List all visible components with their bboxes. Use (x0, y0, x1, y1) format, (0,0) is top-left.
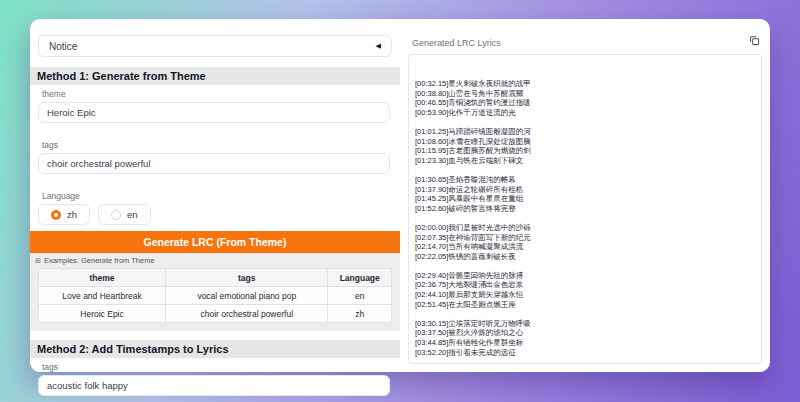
theme-input[interactable] (38, 102, 390, 123)
collapse-arrow-icon: ◀ (376, 42, 381, 50)
output-column: Generated LRC Lyrics [00:32.15]星火刺破永夜织就的… (400, 19, 770, 372)
example-row[interactable]: Love and Heartbreak vocal emotional pian… (39, 287, 392, 305)
language-radio-group: zh en (38, 204, 392, 225)
method2-tags-label: tags (42, 362, 388, 372)
examples-col-theme: theme (39, 269, 166, 287)
example-cell[interactable]: choir orchestral powerful (166, 305, 328, 323)
notice-accordion[interactable]: Notice ◀ (38, 35, 392, 57)
language-option-zh-label: zh (67, 209, 77, 220)
example-cell[interactable]: Love and Heartbreak (39, 287, 166, 305)
theme-label: theme (42, 89, 388, 99)
radio-selected-icon (51, 210, 61, 220)
language-option-en[interactable]: en (98, 204, 151, 225)
example-cell[interactable]: zh (328, 305, 392, 323)
examples-table: theme tags Language Love and Heartbreak … (38, 268, 392, 323)
generate-lrc-button[interactable]: Generate LRC (From Theme) (30, 231, 400, 253)
app-card: Notice ◀ Method 1: Generate from Theme t… (30, 19, 770, 372)
method2-tags-input[interactable] (38, 375, 390, 396)
examples-section: ⊞ Examples: Generate from Theme theme ta… (30, 253, 400, 331)
lyrics-text[interactable]: [00:32.15]星火刺破永夜织就的战甲 [00:38.80]山峦在号角中苏醒… (415, 79, 753, 357)
notice-label: Notice (49, 41, 77, 52)
examples-col-language: Language (328, 269, 392, 287)
examples-title: Examples: Generate from Theme (44, 256, 155, 265)
example-cell[interactable]: en (328, 287, 392, 305)
copy-button[interactable] (747, 33, 762, 48)
language-option-zh[interactable]: zh (38, 204, 90, 225)
tags-label: tags (42, 140, 388, 150)
output-label: Generated LRC Lyrics (412, 38, 501, 48)
example-cell[interactable]: Heroic Epic (39, 305, 166, 323)
examples-grid-icon: ⊞ (35, 257, 41, 265)
examples-header: ⊞ Examples: Generate from Theme (30, 253, 400, 268)
example-cell[interactable]: vocal emotional piano pop (166, 287, 328, 305)
language-label: Language (42, 191, 388, 201)
copy-icon (749, 34, 760, 49)
output-header-row: Generated LRC Lyrics (400, 33, 762, 48)
tags-input[interactable] (38, 153, 390, 174)
form-column: Notice ◀ Method 1: Generate from Theme t… (30, 19, 400, 372)
lyrics-output-box[interactable]: [00:32.15]星火刺破永夜织就的战甲 [00:38.80]山峦在号角中苏醒… (408, 54, 762, 364)
radio-unselected-icon (111, 210, 121, 220)
language-option-en-label: en (127, 209, 138, 220)
example-row[interactable]: Heroic Epic choir orchestral powerful zh (39, 305, 392, 323)
method2-header: Method 2: Add Timestamps to Lyrics (30, 340, 400, 358)
method1-header: Method 1: Generate from Theme (30, 67, 400, 85)
examples-col-tags: tags (166, 269, 328, 287)
